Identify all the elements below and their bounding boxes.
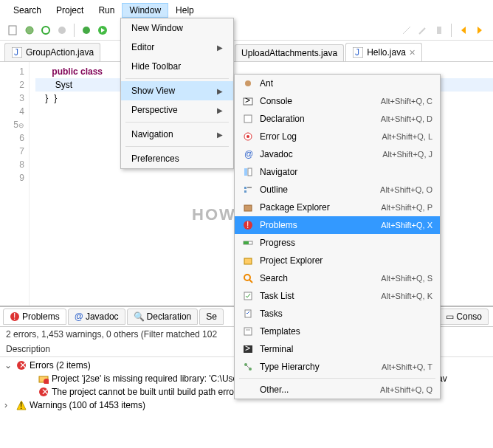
menuitem-tasks[interactable]: Tasks xyxy=(235,305,440,323)
refresh-icon[interactable] xyxy=(40,24,52,36)
menuitem-console[interactable]: >ConsoleAlt+Shift+Q, C xyxy=(235,92,440,110)
tab-declaration[interactable]: 🔍Declaration xyxy=(127,309,199,325)
svg-point-4 xyxy=(83,27,90,34)
svg-rect-41 xyxy=(244,258,252,264)
menuitem-label: Hide Toolbar xyxy=(131,61,181,72)
shortcut: Alt+Shift+Q, Q xyxy=(380,385,432,394)
menuitem-label: Navigator xyxy=(260,167,427,177)
menuitem-search[interactable]: SearchAlt+Shift+Q, S xyxy=(235,269,440,287)
bookmark-icon[interactable] xyxy=(433,24,445,36)
collapse-icon[interactable]: ⌄ xyxy=(4,360,13,371)
menuitem-new-window[interactable]: New Window xyxy=(121,18,233,38)
menu-project[interactable]: Project xyxy=(49,3,91,18)
svg-text:@: @ xyxy=(244,149,253,159)
menuitem-javadoc[interactable]: @JavadocAlt+Shift+Q, J xyxy=(235,145,440,163)
menuitem-navigator[interactable]: Navigator xyxy=(235,163,440,181)
separator xyxy=(125,122,229,123)
menuitem-ant[interactable]: Ant xyxy=(235,75,440,92)
decl-icon xyxy=(242,113,254,125)
menuitem-show-view[interactable]: Show View▶ xyxy=(121,81,233,100)
separator xyxy=(74,24,75,37)
menu-window[interactable]: Window xyxy=(122,3,168,18)
menuitem-declaration[interactable]: DeclarationAlt+Shift+Q, D xyxy=(235,110,440,128)
toolbar xyxy=(0,21,493,41)
tab-label: Declaration xyxy=(147,311,192,322)
progress-icon xyxy=(242,237,254,249)
tasklist-icon xyxy=(242,290,254,302)
menuitem-label: Tasks xyxy=(260,309,427,319)
shortcut: Alt+Shift+Q, D xyxy=(381,114,432,123)
submenu-arrow-icon: ▶ xyxy=(217,131,223,139)
menuitem-hide-toolbar[interactable]: Hide Toolbar xyxy=(121,57,233,76)
menuitem-perspective[interactable]: Perspective▶ xyxy=(121,100,233,120)
menuitem-preferences[interactable]: Preferences xyxy=(121,149,233,168)
menuitem-project-explorer[interactable]: Project Explorer xyxy=(235,252,440,269)
open-type-icon[interactable] xyxy=(24,24,35,36)
console-icon: ▭ xyxy=(446,311,454,322)
svg-point-1 xyxy=(26,27,33,34)
menuitem-type-hierarchy[interactable]: Type HierarchyAlt+Shift+Q, T xyxy=(235,358,440,376)
pencil-icon[interactable] xyxy=(417,24,429,36)
menubar: Search Project Run Window Help xyxy=(0,0,493,21)
skip-icon[interactable] xyxy=(56,24,68,36)
debug-icon[interactable] xyxy=(80,24,92,36)
svg-point-2 xyxy=(42,27,49,34)
nav-fwd-icon[interactable] xyxy=(474,24,486,36)
menuitem-progress[interactable]: Progress xyxy=(235,234,440,252)
pkg-icon xyxy=(242,201,254,213)
menuitem-other[interactable]: Other... Alt+Shift+Q, Q xyxy=(235,381,440,399)
shortcut: Alt+Shift+Q, O xyxy=(380,185,432,194)
separator xyxy=(451,24,452,37)
run-icon[interactable] xyxy=(97,24,108,36)
svg-line-52 xyxy=(246,365,250,369)
editor-tabs: J GroupAction.java UploadAttachments.jav… xyxy=(0,41,493,62)
tab-truncated[interactable]: Se xyxy=(199,309,224,325)
tab-problems[interactable]: ! Problems xyxy=(3,309,66,325)
outline-icon xyxy=(242,184,254,196)
wand-icon[interactable] xyxy=(401,24,413,36)
menuitem-error-log[interactable]: Error LogAlt+Shift+Q, L xyxy=(235,128,440,145)
tab-groupaction[interactable]: J GroupAction.java xyxy=(4,43,100,61)
shortcut: Alt+Shift+Q, C xyxy=(381,97,432,106)
menuitem-terminal[interactable]: >_Terminal xyxy=(235,340,440,358)
new-icon[interactable] xyxy=(7,24,19,36)
java-file-icon: J xyxy=(352,46,364,58)
submenu-arrow-icon: ▶ xyxy=(217,44,223,52)
problems-icon: ! xyxy=(10,311,20,322)
menu-run[interactable]: Run xyxy=(91,3,122,18)
nav-back-icon[interactable] xyxy=(458,24,469,36)
svg-rect-35 xyxy=(244,190,246,193)
menuitem-package-explorer[interactable]: Package ExplorerAlt+Shift+Q, P xyxy=(235,199,440,216)
menuitem-label: Problems xyxy=(260,220,375,230)
errlog-icon xyxy=(242,131,254,142)
menuitem-problems[interactable]: !ProblemsAlt+Shift+Q, X xyxy=(235,216,440,234)
warnings-group[interactable]: › ! Warnings (100 of 1453 items) xyxy=(3,399,490,412)
menuitem-label: Editor xyxy=(131,42,154,52)
nav-icon xyxy=(242,166,254,178)
menuitem-label: Declaration xyxy=(260,114,375,124)
menuitem-outline[interactable]: OutlineAlt+Shift+Q, O xyxy=(235,181,440,199)
separator xyxy=(125,146,229,147)
menuitem-editor[interactable]: Editor▶ xyxy=(121,38,233,57)
menu-search[interactable]: Search xyxy=(6,3,49,18)
menuitem-label: Console xyxy=(260,96,375,106)
shortcut: Alt+Shift+Q, K xyxy=(381,292,432,300)
menuitem-task-list[interactable]: Task ListAlt+Shift+Q, K xyxy=(235,287,440,305)
tab-hello[interactable]: J Hello.java ✕ xyxy=(345,43,422,61)
menuitem-templates[interactable]: Templates xyxy=(235,323,440,340)
tab-javadoc[interactable]: @Javadoc xyxy=(68,309,125,325)
menuitem-label: New Window xyxy=(131,23,183,33)
tab-label: Problems xyxy=(22,311,60,322)
expand-icon[interactable]: › xyxy=(4,400,13,410)
separator xyxy=(125,78,229,79)
javadoc-icon: @ xyxy=(242,148,254,160)
menuitem-navigation[interactable]: Navigation▶ xyxy=(121,125,233,144)
menu-help[interactable]: Help xyxy=(168,3,201,18)
tab-label: UploadAttachments.java xyxy=(241,48,337,58)
svg-marker-9 xyxy=(478,27,482,34)
svg-text:✕: ✕ xyxy=(41,387,49,397)
svg-marker-8 xyxy=(461,27,466,34)
close-icon[interactable]: ✕ xyxy=(409,48,416,58)
tab-console[interactable]: ▭Conso xyxy=(439,309,489,325)
tab-uploadattachments[interactable]: UploadAttachments.java xyxy=(235,44,344,61)
